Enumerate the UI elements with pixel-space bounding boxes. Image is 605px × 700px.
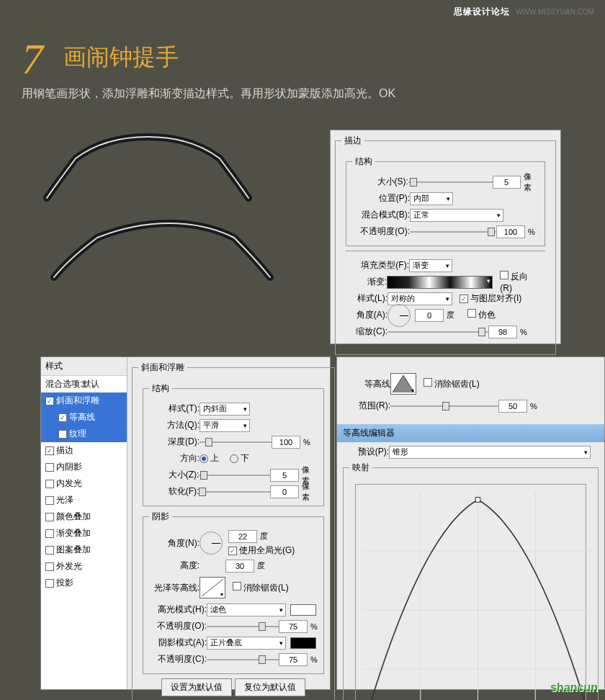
mapping-legend: 映射 xyxy=(349,462,372,474)
stroke-panel: 描边 结构 大小(S): 5 像素 位置(P): 内部 混合模式(B): 正常 … xyxy=(330,130,561,344)
blend-options-item[interactable]: 混合选项:默认 xyxy=(41,376,127,392)
outer-glow-item[interactable]: 外发光 xyxy=(41,558,127,575)
contour-antialias-label: 消除锯齿(L) xyxy=(434,379,480,389)
bevel-item[interactable]: ✓斜面和浮雕 xyxy=(41,392,127,409)
gradient-swatch[interactable] xyxy=(387,276,493,289)
shadow-color-swatch[interactable] xyxy=(290,637,316,649)
highlight-color-swatch[interactable] xyxy=(290,604,316,616)
shadow-mode-select[interactable]: 正片叠底 xyxy=(207,637,286,650)
preset-select[interactable]: 锥形 xyxy=(389,446,591,459)
color-overlay-item[interactable]: 颜色叠加 xyxy=(41,508,127,525)
dither-checkbox[interactable] xyxy=(467,309,476,318)
contour-antialias-checkbox[interactable] xyxy=(424,378,432,387)
inner-glow-item[interactable]: 内发光 xyxy=(41,475,127,492)
antialias-label: 消除锯齿(L) xyxy=(243,583,289,593)
highlight-opacity-slider[interactable] xyxy=(207,621,279,632)
opacity-label: 不透明度(O): xyxy=(352,225,410,238)
scale-value[interactable]: 98 xyxy=(488,326,517,338)
size-label: 大小(S): xyxy=(352,176,408,188)
bottom-logo: shancun xyxy=(550,681,598,694)
watermark-top: 思缘设计论坛 WWW.MISSYUAN.COM xyxy=(454,6,594,18)
step-number: 7 xyxy=(22,35,43,84)
size-value[interactable]: 5 xyxy=(493,176,521,189)
contour-panel: 等高线消除锯齿(L) 范围(R):50% 等高线编辑器 预设(P):锥形 映射 … xyxy=(336,356,605,690)
reverse-checkbox[interactable] xyxy=(500,271,508,279)
shadow-opacity-value[interactable]: 75 xyxy=(279,653,308,666)
angle-label: 角度(A): xyxy=(351,309,387,321)
angle-unit: 度 xyxy=(447,310,454,320)
opacity-value[interactable]: 100 xyxy=(496,225,525,238)
texture-item[interactable]: 纹理 xyxy=(41,426,127,442)
soften-slider[interactable] xyxy=(199,486,270,498)
range-label: 范围(R): xyxy=(347,400,390,412)
shading-angle-value[interactable]: 22 xyxy=(228,530,257,543)
direction-label: 方向: xyxy=(149,452,200,465)
style-select[interactable]: 对称的 xyxy=(387,292,452,305)
direction-down-radio[interactable] xyxy=(230,454,238,463)
soften-label: 软化(F): xyxy=(149,485,199,498)
contour-editor-title: 等高线编辑器 xyxy=(337,424,604,442)
stroke-legend: 描边 xyxy=(341,135,364,147)
stroke-item[interactable]: ✓描边 xyxy=(41,442,127,459)
global-light-checkbox[interactable]: ✓ xyxy=(228,547,237,555)
shading-angle-dial[interactable] xyxy=(200,531,223,555)
gloss-contour-swatch[interactable] xyxy=(200,577,225,598)
bevel-style-label: 样式(T): xyxy=(149,403,200,415)
align-checkbox[interactable]: ✓ xyxy=(460,295,468,303)
position-select[interactable]: 内部 xyxy=(410,192,453,205)
angle-dial[interactable] xyxy=(387,304,411,327)
bevel-size-value[interactable]: 5 xyxy=(270,469,299,482)
styles-list: 样式 混合选项:默认 ✓斜面和浮雕 ✓等高线 纹理 ✓描边 内阴影 内发光 光泽… xyxy=(41,357,127,689)
blend-select[interactable]: 正常 xyxy=(410,209,503,222)
reset-default-button[interactable]: 复位为默认值 xyxy=(235,678,305,696)
range-value[interactable]: 50 xyxy=(498,400,527,413)
size-slider[interactable] xyxy=(408,176,493,188)
set-default-button[interactable]: 设置为默认值 xyxy=(161,678,232,696)
svg-rect-7 xyxy=(475,498,480,503)
highlight-opacity-label: 不透明度(O): xyxy=(149,620,207,632)
pattern-overlay-item[interactable]: 图案叠加 xyxy=(41,542,127,558)
highlight-mode-select[interactable]: 滤色 xyxy=(207,603,286,616)
soften-value[interactable]: 0 xyxy=(270,485,299,498)
scale-unit: % xyxy=(520,328,527,336)
range-slider[interactable] xyxy=(390,400,498,412)
direction-up-radio[interactable] xyxy=(200,454,208,463)
angle-value[interactable]: 0 xyxy=(415,309,444,322)
filltype-select[interactable]: 渐变 xyxy=(409,259,452,272)
antialias-checkbox[interactable] xyxy=(233,582,241,591)
depth-value[interactable]: 100 xyxy=(272,436,300,449)
contour-curve-editor[interactable] xyxy=(355,484,586,700)
opacity-slider[interactable] xyxy=(410,226,496,238)
bevel-style-select[interactable]: 内斜面 xyxy=(200,403,250,416)
brand-text: 思缘设计论坛 xyxy=(454,6,510,17)
filltype-label: 填充类型(F): xyxy=(351,259,409,272)
contour-item[interactable]: ✓等高线 xyxy=(41,409,127,426)
blend-label: 混合模式(B): xyxy=(352,209,410,221)
contour-swatch[interactable] xyxy=(390,373,416,395)
style-label: 样式(L): xyxy=(351,292,387,305)
gradient-label: 渐变: xyxy=(351,276,387,288)
depth-slider[interactable] xyxy=(200,436,272,448)
altitude-label: 高度: xyxy=(149,560,200,572)
position-label: 位置(P): xyxy=(352,192,410,205)
technique-select[interactable]: 平滑 xyxy=(200,419,250,432)
shadow-opacity-slider[interactable] xyxy=(207,654,279,665)
satin-item[interactable]: 光泽 xyxy=(41,492,127,508)
bevel-size-label: 大小(Z): xyxy=(149,469,199,481)
scale-label: 缩放(C): xyxy=(351,326,387,338)
altitude-value[interactable]: 30 xyxy=(225,560,254,573)
bevel-panel: 样式 混合选项:默认 ✓斜面和浮雕 ✓等高线 纹理 ✓描边 内阴影 内发光 光泽… xyxy=(40,356,331,690)
bevel-legend: 斜面和浮雕 xyxy=(138,362,187,374)
bevel-size-slider[interactable] xyxy=(199,470,270,481)
gradient-overlay-item[interactable]: 渐变叠加 xyxy=(41,525,127,542)
gloss-contour-label: 光泽等高线: xyxy=(149,582,200,594)
inner-shadow-item[interactable]: 内阴影 xyxy=(41,459,127,475)
highlight-opacity-value[interactable]: 75 xyxy=(279,620,308,633)
preview-area xyxy=(18,115,284,317)
shading-legend: 阴影 xyxy=(149,511,172,523)
scale-slider[interactable] xyxy=(387,326,488,338)
global-light-label: 使用全局光(G) xyxy=(239,545,295,555)
depth-label: 深度(D): xyxy=(149,436,200,448)
drop-shadow-item[interactable]: 投影 xyxy=(41,575,127,591)
bevel-structure-legend: 结构 xyxy=(149,382,172,395)
